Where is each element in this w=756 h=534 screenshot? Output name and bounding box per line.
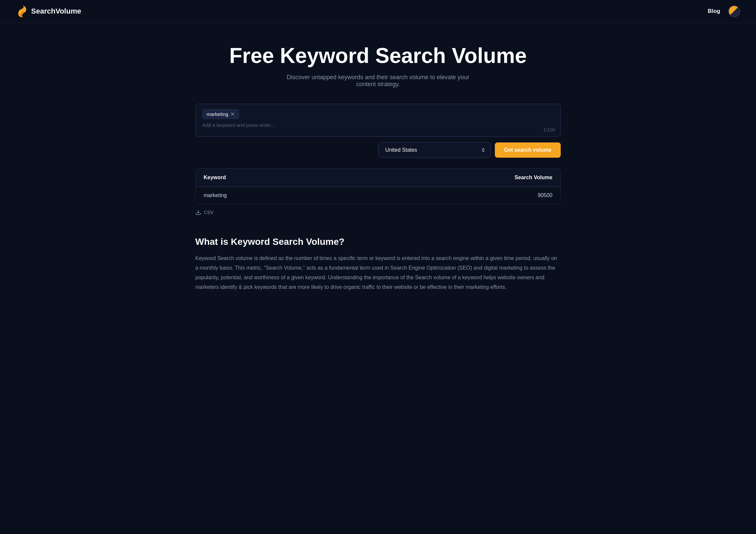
theme-toggle-icon [729, 6, 739, 17]
hero-section: Free Keyword Search Volume Discover unta… [0, 23, 756, 104]
article-heading: What is Keyword Search Volume? [195, 237, 561, 247]
results-container: Keyword Search Volume marketing 90500 CS… [179, 168, 577, 215]
search-controls: United States United Kingdom Canada Aust… [195, 142, 561, 158]
logo-text: SearchVolume [31, 7, 81, 16]
keyword-tag-text: marketing [207, 111, 228, 117]
content-section: What is Keyword Search Volume? Keyword S… [179, 226, 577, 302]
table-row: marketing 90500 [196, 187, 560, 204]
col-keyword-header: Keyword [196, 169, 378, 187]
table-header: Keyword Search Volume [196, 169, 560, 187]
navbar: SearchVolume Blog [0, 0, 756, 23]
tag-remove-button[interactable]: ✕ [230, 112, 235, 117]
keyword-placeholder-text: Add a keyword and press enter... [202, 122, 554, 128]
hero-subtitle: Discover untapped keywords and their sea… [279, 74, 477, 88]
get-volume-button[interactable]: Get search volume [495, 142, 561, 158]
download-icon [195, 209, 201, 215]
keyword-tags-row: marketing ✕ [202, 109, 554, 119]
keyword-tag: marketing ✕ [202, 109, 239, 119]
search-container: marketing ✕ Add a keyword and press ente… [179, 104, 577, 158]
keyword-counter: 1/100 [543, 127, 555, 133]
keyword-input-box[interactable]: marketing ✕ Add a keyword and press ente… [195, 104, 561, 137]
row-keyword-cell: marketing [196, 187, 378, 204]
hero-title: Free Keyword Search Volume [16, 44, 740, 67]
results-table: Keyword Search Volume marketing 90500 [195, 168, 561, 204]
logo-icon [16, 5, 28, 17]
col-volume-header: Search Volume [378, 169, 560, 187]
logo-area: SearchVolume [16, 5, 81, 17]
blog-link[interactable]: Blog [708, 8, 720, 15]
theme-toggle-button[interactable] [728, 5, 740, 17]
country-select[interactable]: United States United Kingdom Canada Aust… [378, 142, 491, 158]
article-body: Keyword Search volume is defined as the … [195, 254, 561, 292]
row-volume-cell: 90500 [378, 187, 560, 204]
csv-label: CSV [204, 210, 213, 215]
nav-right: Blog [708, 5, 740, 17]
csv-download-button[interactable]: CSV [195, 209, 213, 215]
